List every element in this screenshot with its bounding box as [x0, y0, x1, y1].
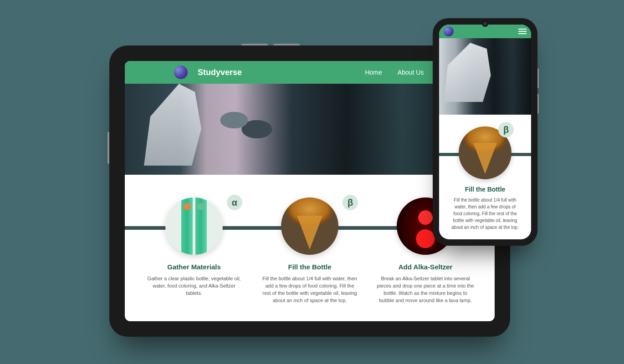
mobile-step-badge: β [498, 122, 514, 137]
step-title-beta: Fill the Bottle [259, 263, 361, 271]
mobile-step-desc: Fill the bottle about 1/4 full with wate… [447, 197, 523, 231]
brand-logo-icon[interactable] [174, 66, 188, 79]
brand-name[interactable]: Studyverse [198, 68, 242, 77]
nav-home[interactable]: Home [365, 69, 382, 76]
hamburger-menu-icon[interactable] [518, 29, 527, 34]
mobile-step-card: β Fill the Bottle Fill the bottle about … [439, 115, 531, 238]
step-badge-alpha: α [227, 195, 242, 210]
phone-camera-icon [482, 20, 488, 27]
step-title-gamma: Add Alka-Seltzer [374, 263, 476, 271]
mobile-brand-logo-icon[interactable] [444, 26, 454, 36]
step-title-alpha: Gather Materials [143, 263, 245, 271]
mobile-step-title: Fill the Bottle [447, 186, 523, 193]
mobile-hero-image [439, 38, 531, 115]
step-card-alpha: α Gather Materials Gather a clear plasti… [143, 197, 245, 304]
phone-device-frame: β Fill the Bottle Fill the bottle about … [433, 18, 537, 246]
step-image-alpha [165, 197, 223, 255]
phone-screen: β Fill the Bottle Fill the bottle about … [439, 25, 531, 239]
step-desc-gamma: Break an Alka-Seltzer tablet into severa… [374, 275, 476, 304]
step-desc-alpha: Gather a clear plastic bottle, vegetable… [143, 275, 245, 297]
step-badge-beta: β [343, 195, 358, 210]
step-desc-beta: Fill the bottle about 1/4 full with wate… [259, 275, 361, 304]
step-image-beta [281, 197, 338, 255]
step-card-beta: β Fill the Bottle Fill the bottle about … [259, 197, 361, 304]
nav-about[interactable]: About Us [398, 69, 424, 76]
